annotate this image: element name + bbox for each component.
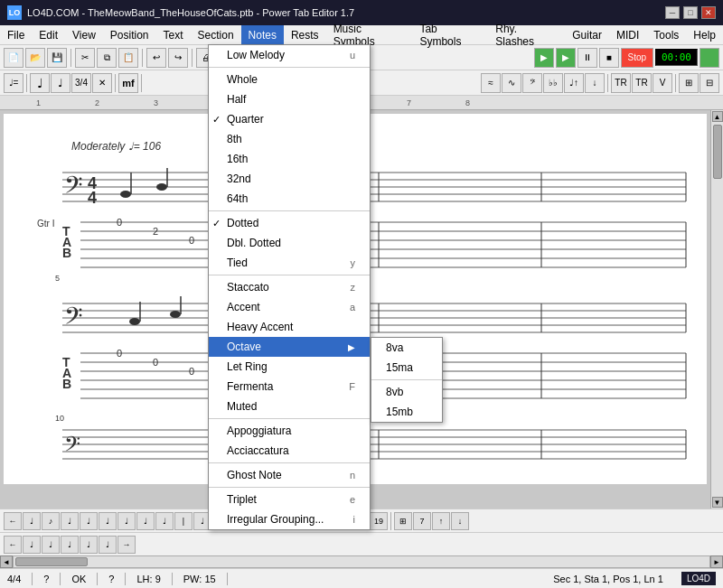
scroll-down-btn[interactable]: ▼ bbox=[712, 497, 723, 508]
menu-item-64th[interactable]: 64th bbox=[209, 189, 370, 209]
bt1-btn9[interactable]: ♩ bbox=[155, 512, 174, 530]
bt1-btn24[interactable]: ↓ bbox=[451, 512, 469, 530]
menu-item-appoggiatura[interactable]: Appoggiatura bbox=[209, 421, 370, 441]
bt2-btn7[interactable]: → bbox=[117, 536, 136, 554]
menu-item-16th[interactable]: 16th bbox=[209, 149, 370, 169]
menu-view[interactable]: View bbox=[65, 25, 103, 45]
open-btn[interactable]: 📂 bbox=[25, 48, 45, 68]
bt2-btn5[interactable]: ♩ bbox=[80, 536, 98, 554]
scroll-thumb[interactable] bbox=[713, 125, 722, 179]
submenu-item-8va[interactable]: 8va bbox=[371, 338, 442, 358]
menu-item-accent[interactable]: Accent a bbox=[209, 297, 370, 317]
scroll-up-btn[interactable]: ▲ bbox=[712, 111, 723, 122]
tb2-btn4[interactable]: 3/4 bbox=[71, 73, 91, 93]
submenu-item-15mb[interactable]: 15mb bbox=[371, 402, 442, 422]
stop-btn[interactable]: ■ bbox=[599, 48, 619, 68]
menu-item-staccato[interactable]: Staccato z bbox=[209, 277, 370, 297]
menu-item-heavy-accent[interactable]: Heavy Accent bbox=[209, 317, 370, 337]
t2r-btn5[interactable]: ♩↑ bbox=[564, 73, 584, 93]
menu-position[interactable]: Position bbox=[103, 25, 156, 45]
menu-item-acciaccatura[interactable]: Acciaccatura bbox=[209, 441, 370, 461]
bt2-btn1[interactable]: ← bbox=[4, 536, 22, 554]
menu-item-irregular-grouping[interactable]: Irregular Grouping... i bbox=[209, 509, 370, 529]
minimize-button[interactable]: ─ bbox=[665, 6, 680, 19]
scroll-right-btn[interactable]: ► bbox=[710, 555, 723, 568]
scroll-left-btn[interactable]: ◄ bbox=[0, 555, 13, 568]
menu-item-triplet[interactable]: Triplet e bbox=[209, 490, 370, 509]
tb2-btn6[interactable]: mf bbox=[118, 73, 138, 93]
menu-section[interactable]: Section bbox=[191, 25, 241, 45]
menu-item-dotted[interactable]: ✓ Dotted bbox=[209, 213, 370, 233]
undo-btn[interactable]: ↩ bbox=[146, 48, 166, 68]
t2r-btn6[interactable]: ↓ bbox=[585, 73, 605, 93]
menu-file[interactable]: File bbox=[0, 25, 32, 45]
bt1-btn6[interactable]: ♩ bbox=[99, 512, 117, 530]
t2r-btn11[interactable]: ⊟ bbox=[700, 73, 719, 93]
menu-notes[interactable]: Notes bbox=[241, 25, 284, 45]
menu-item-low-melody[interactable]: Low Melody u bbox=[209, 45, 370, 65]
menu-item-quarter[interactable]: ✓ Quarter bbox=[209, 109, 370, 129]
menu-rhy-slashes[interactable]: Rhy. Slashes bbox=[488, 25, 565, 45]
menu-item-half[interactable]: Half bbox=[209, 89, 370, 109]
menu-item-32nd[interactable]: 32nd bbox=[209, 169, 370, 189]
menu-item-8th[interactable]: 8th bbox=[209, 129, 370, 149]
tb2-btn3[interactable]: ♩ bbox=[51, 73, 70, 93]
status-ok[interactable]: OK bbox=[71, 574, 86, 584]
bt2-btn6[interactable]: ♩ bbox=[99, 536, 117, 554]
menu-item-ghost-note[interactable]: Ghost Note n bbox=[209, 465, 370, 485]
menu-edit[interactable]: Edit bbox=[32, 25, 65, 45]
bt1-btn5[interactable]: ♩ bbox=[80, 512, 98, 530]
bt2-btn3[interactable]: ♩ bbox=[42, 536, 60, 554]
tb2-btn1[interactable]: ♩= bbox=[4, 73, 23, 93]
new-btn[interactable]: 📄 bbox=[4, 48, 23, 68]
tb2-btn5[interactable]: ✕ bbox=[92, 73, 112, 93]
paste-btn[interactable]: 📋 bbox=[118, 48, 138, 68]
pause-btn[interactable]: ⏸ bbox=[577, 48, 597, 68]
record-btn[interactable] bbox=[700, 48, 719, 68]
bt1-btn20[interactable]: 19 bbox=[370, 512, 388, 530]
bt1-btn4[interactable]: ♩ bbox=[61, 512, 79, 530]
menu-rests[interactable]: Rests bbox=[284, 25, 326, 45]
bt2-btn2[interactable]: ♩ bbox=[23, 536, 41, 554]
bt1-btn1[interactable]: ← bbox=[4, 512, 22, 530]
menu-text[interactable]: Text bbox=[156, 25, 191, 45]
maximize-button[interactable]: □ bbox=[683, 6, 698, 19]
menu-item-let-ring[interactable]: Let Ring bbox=[209, 357, 370, 377]
cut-btn[interactable]: ✂ bbox=[75, 48, 95, 68]
submenu-item-15ma[interactable]: 15ma bbox=[371, 358, 442, 378]
close-button[interactable]: ✕ bbox=[701, 6, 716, 19]
menu-item-octave[interactable]: Octave ▶ bbox=[209, 337, 370, 357]
bt1-btn8[interactable]: ♩ bbox=[136, 512, 155, 530]
t2r-btn3[interactable]: 𝄢 bbox=[522, 73, 542, 93]
h-scroll-thumb[interactable] bbox=[15, 557, 88, 566]
menu-music-symbols[interactable]: Music Symbols bbox=[326, 25, 413, 45]
t2r-btn2[interactable]: ∿ bbox=[502, 73, 521, 93]
menu-item-dbl-dotted[interactable]: Dbl. Dotted bbox=[209, 233, 370, 253]
t2r-btn9[interactable]: V bbox=[653, 73, 672, 93]
bt1-btn7[interactable]: ♩ bbox=[117, 512, 136, 530]
save-btn[interactable]: 💾 bbox=[47, 48, 67, 68]
menu-item-whole[interactable]: Whole bbox=[209, 70, 370, 89]
copy-btn[interactable]: ⧉ bbox=[97, 48, 117, 68]
menu-item-tied[interactable]: Tied y bbox=[209, 253, 370, 273]
t2r-btn8[interactable]: TR bbox=[632, 73, 652, 93]
horizontal-scrollbar[interactable] bbox=[13, 555, 710, 568]
menu-item-fermenta[interactable]: Fermenta F bbox=[209, 377, 370, 397]
bt1-btn21[interactable]: ⊞ bbox=[394, 512, 412, 530]
t2r-btn10[interactable]: ⊞ bbox=[679, 73, 699, 93]
bt1-btn2[interactable]: ♩ bbox=[23, 512, 41, 530]
menu-help[interactable]: Help bbox=[686, 25, 723, 45]
play2-btn[interactable]: ▶ bbox=[556, 48, 576, 68]
redo-btn[interactable]: ↪ bbox=[168, 48, 188, 68]
t2r-btn4[interactable]: ♭♭ bbox=[543, 73, 563, 93]
menu-midi[interactable]: MIDI bbox=[609, 25, 646, 45]
t2r-btn7[interactable]: TR bbox=[611, 73, 631, 93]
menu-item-muted[interactable]: Muted bbox=[209, 397, 370, 416]
bt1-btn3[interactable]: ♪ bbox=[42, 512, 60, 530]
t2r-btn1[interactable]: ≈ bbox=[481, 73, 501, 93]
stop-label-btn[interactable]: Stop bbox=[621, 48, 653, 68]
menu-tools[interactable]: Tools bbox=[646, 25, 686, 45]
bt1-btn10[interactable]: | bbox=[174, 512, 192, 530]
tb2-btn2[interactable]: ♩ bbox=[30, 73, 50, 93]
submenu-item-8vb[interactable]: 8vb bbox=[371, 382, 442, 402]
